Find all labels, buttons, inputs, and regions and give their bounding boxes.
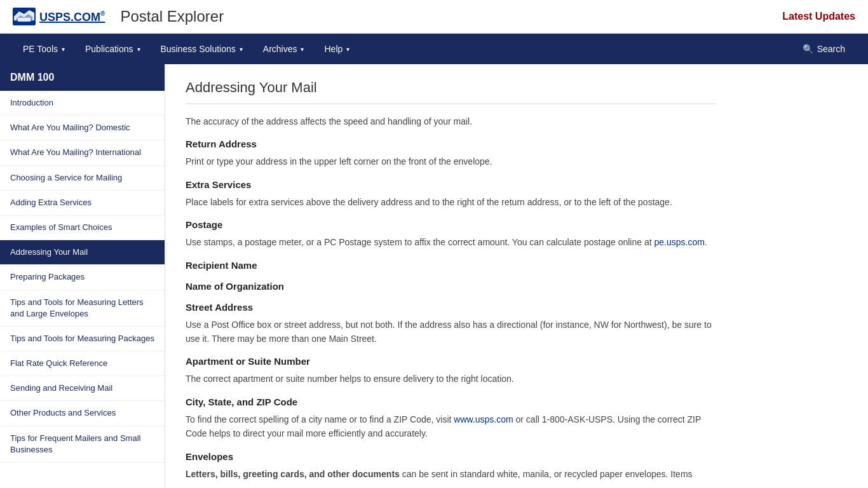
section-text-return-address: Print or type your address in the upper … bbox=[186, 154, 717, 168]
sidebar-link-addressing-mail[interactable]: Addressing Your Mail bbox=[0, 240, 165, 265]
section-text-envelopes: Letters, bills, greeting cards, and othe… bbox=[186, 467, 717, 481]
nav-help[interactable]: Help ▾ bbox=[314, 35, 360, 63]
latest-updates-link[interactable]: Latest Updates bbox=[782, 11, 855, 22]
usps-logo-text: USPS.COM® bbox=[39, 10, 105, 24]
sidebar-link-smart-choices[interactable]: Examples of Smart Choices bbox=[0, 215, 165, 240]
site-title: Postal Explorer bbox=[120, 8, 224, 25]
section-heading-postage: Postage bbox=[186, 219, 717, 230]
page-header: USPS.COM® Postal Explorer Latest Updates bbox=[0, 0, 868, 34]
pe-tools-arrow-icon: ▾ bbox=[62, 46, 65, 53]
page-title: Addressing Your Mail bbox=[186, 79, 717, 104]
pe-usps-link[interactable]: pe.usps.com bbox=[654, 237, 705, 247]
sidebar-item-frequent-mailers: Tips for Frequent Mailers and Small Busi… bbox=[0, 426, 165, 463]
usps-logo[interactable]: USPS.COM® bbox=[13, 8, 105, 25]
sidebar-link-flat-rate[interactable]: Flat Rate Quick Reference bbox=[0, 351, 165, 376]
logo-area: USPS.COM® Postal Explorer bbox=[13, 8, 224, 25]
sidebar-item-domestic: What Are You Mailing? Domestic bbox=[0, 116, 165, 140]
zip-text-before: To find the correct spelling of a city n… bbox=[186, 414, 454, 424]
section-text-apt-suite: The correct apartment or suite number he… bbox=[186, 372, 717, 386]
search-icon: 🔍 bbox=[803, 44, 813, 54]
sidebar-nav: Introduction What Are You Mailing? Domes… bbox=[0, 91, 165, 463]
nav-business-solutions[interactable]: Business Solutions ▾ bbox=[151, 35, 253, 63]
section-heading-city-state-zip: City, State, and ZIP Code bbox=[186, 396, 717, 407]
sidebar-link-measuring-packages[interactable]: Tips and Tools for Measuring Packages bbox=[0, 327, 165, 351]
section-heading-name-of-org: Name of Organization bbox=[186, 281, 717, 292]
sidebar-item-sending-receiving: Sending and Receiving Mail bbox=[0, 376, 165, 401]
section-heading-street-address: Street Address bbox=[186, 302, 717, 313]
sidebar-link-domestic[interactable]: What Are You Mailing? Domestic bbox=[0, 116, 165, 140]
sidebar-link-introduction[interactable]: Introduction bbox=[0, 91, 165, 116]
sidebar-link-other-products[interactable]: Other Products and Services bbox=[0, 401, 165, 426]
search-button[interactable]: 🔍 Search bbox=[792, 35, 855, 63]
postage-text-before: Use stamps, a postage meter, or a PC Pos… bbox=[186, 237, 654, 247]
sidebar-item-extra-services: Adding Extra Services bbox=[0, 191, 165, 215]
sidebar-item-international: What Are You Mailing? International bbox=[0, 140, 165, 165]
sidebar-title: DMM 100 bbox=[0, 64, 165, 91]
sidebar-item-choosing-service: Choosing a Service for Mailing bbox=[0, 166, 165, 191]
section-text-postage: Use stamps, a postage meter, or a PC Pos… bbox=[186, 235, 717, 249]
sidebar-item-smart-choices: Examples of Smart Choices bbox=[0, 215, 165, 240]
sidebar-item-preparing-packages: Preparing Packages bbox=[0, 265, 165, 290]
sidebar-link-sending-receiving[interactable]: Sending and Receiving Mail bbox=[0, 376, 165, 401]
section-heading-recipient-name: Recipient Name bbox=[186, 260, 717, 271]
envelopes-text: can be sent in standard white, manila, o… bbox=[400, 469, 693, 479]
usps-eagle-icon bbox=[13, 8, 36, 25]
section-heading-apt-suite: Apartment or Suite Number bbox=[186, 356, 717, 367]
sidebar-item-other-products: Other Products and Services bbox=[0, 401, 165, 426]
sidebar-item-addressing-mail: Addressing Your Mail bbox=[0, 240, 165, 265]
envelopes-bold-text: Letters, bills, greeting cards, and othe… bbox=[186, 469, 400, 479]
sidebar-item-measuring-letters: Tips and Tools for Measuring Letters and… bbox=[0, 290, 165, 327]
nav-archives[interactable]: Archives ▾ bbox=[253, 35, 315, 63]
nav-pe-tools[interactable]: PE Tools ▾ bbox=[13, 35, 75, 63]
sidebar: DMM 100 Introduction What Are You Mailin… bbox=[0, 64, 165, 488]
main-container: DMM 100 Introduction What Are You Mailin… bbox=[0, 64, 868, 488]
sidebar-link-frequent-mailers[interactable]: Tips for Frequent Mailers and Small Busi… bbox=[0, 426, 165, 463]
postage-text-after: . bbox=[705, 237, 707, 247]
archives-arrow-icon: ▾ bbox=[301, 46, 304, 53]
section-heading-return-address: Return Address bbox=[186, 139, 717, 149]
sidebar-item-measuring-packages: Tips and Tools for Measuring Packages bbox=[0, 327, 165, 351]
sidebar-item-flat-rate: Flat Rate Quick Reference bbox=[0, 351, 165, 376]
publications-arrow-icon: ▾ bbox=[137, 46, 140, 53]
sidebar-link-preparing-packages[interactable]: Preparing Packages bbox=[0, 265, 165, 290]
sidebar-link-measuring-letters[interactable]: Tips and Tools for Measuring Letters and… bbox=[0, 290, 165, 327]
section-text-city-state-zip: To find the correct spelling of a city n… bbox=[186, 412, 717, 441]
main-content: Addressing Your Mail The accuracy of the… bbox=[165, 64, 737, 488]
section-heading-extra-services: Extra Services bbox=[186, 179, 717, 190]
section-text-extra-services: Place labels for extra services above th… bbox=[186, 195, 717, 209]
usps-com-link[interactable]: www.usps.com bbox=[454, 414, 513, 424]
help-arrow-icon: ▾ bbox=[346, 46, 349, 53]
section-text-street-address: Use a Post Office box or street address,… bbox=[186, 318, 717, 346]
nav-items: PE Tools ▾ Publications ▾ Business Solut… bbox=[13, 35, 792, 63]
nav-publications[interactable]: Publications ▾ bbox=[75, 35, 151, 63]
sidebar-link-choosing-service[interactable]: Choosing a Service for Mailing bbox=[0, 166, 165, 191]
svg-rect-3 bbox=[18, 18, 31, 22]
content-intro: The accuracy of the address affects the … bbox=[186, 114, 717, 128]
sidebar-item-introduction: Introduction bbox=[0, 91, 165, 116]
business-solutions-arrow-icon: ▾ bbox=[240, 46, 243, 53]
section-heading-envelopes: Envelopes bbox=[186, 451, 717, 462]
main-navbar: PE Tools ▾ Publications ▾ Business Solut… bbox=[0, 34, 868, 64]
sidebar-link-international[interactable]: What Are You Mailing? International bbox=[0, 140, 165, 165]
sidebar-link-extra-services[interactable]: Adding Extra Services bbox=[0, 191, 165, 215]
